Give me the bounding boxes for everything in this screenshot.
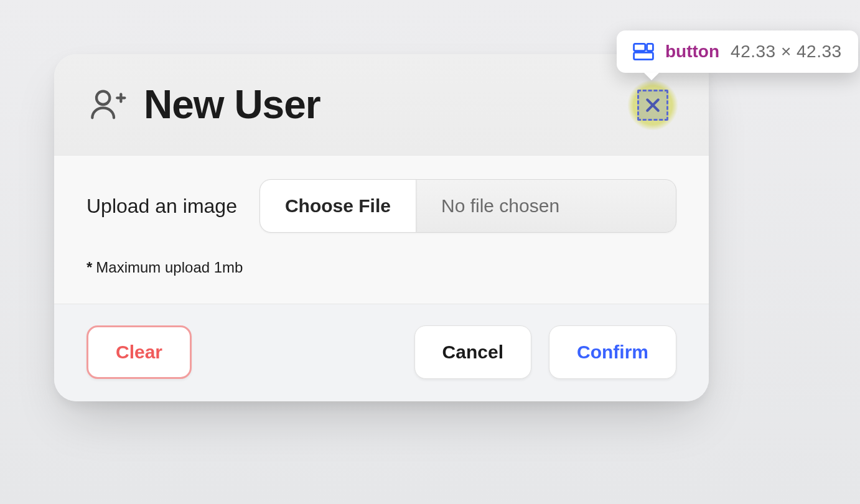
svg-point-0 <box>96 91 110 105</box>
inspector-dimensions: 42.33 × 42.33 <box>731 42 842 62</box>
file-input[interactable]: Choose File No file chosen <box>259 179 676 233</box>
dialog-footer: Clear Cancel Confirm <box>54 304 709 401</box>
close-button[interactable] <box>628 80 678 130</box>
dialog-body: Upload an image Choose File No file chos… <box>54 155 709 304</box>
upload-hint: *Maximum upload 1mb <box>86 259 676 276</box>
clear-button[interactable]: Clear <box>86 325 192 379</box>
hint-asterisk: * <box>86 259 92 276</box>
dialog-title: New User <box>144 82 320 128</box>
svg-rect-6 <box>647 44 653 50</box>
file-placeholder: No file chosen <box>416 180 676 232</box>
upload-row: Upload an image Choose File No file chos… <box>86 179 676 233</box>
close-icon <box>637 90 668 121</box>
grid-icon <box>633 43 654 60</box>
hint-text: Maximum upload 1mb <box>96 259 243 276</box>
svg-rect-7 <box>634 52 653 59</box>
inspector-tagname: button <box>665 42 719 62</box>
new-user-dialog: New User Upload an image Choose File No … <box>54 54 709 401</box>
choose-file-button[interactable]: Choose File <box>260 180 416 232</box>
cancel-button[interactable]: Cancel <box>414 325 531 379</box>
confirm-button[interactable]: Confirm <box>549 325 676 379</box>
devtools-inspector-tooltip: button 42.33 × 42.33 <box>617 30 858 73</box>
user-plus-icon <box>86 85 126 124</box>
upload-label: Upload an image <box>86 195 237 218</box>
svg-rect-5 <box>634 44 645 50</box>
dialog-header: New User <box>54 54 709 155</box>
